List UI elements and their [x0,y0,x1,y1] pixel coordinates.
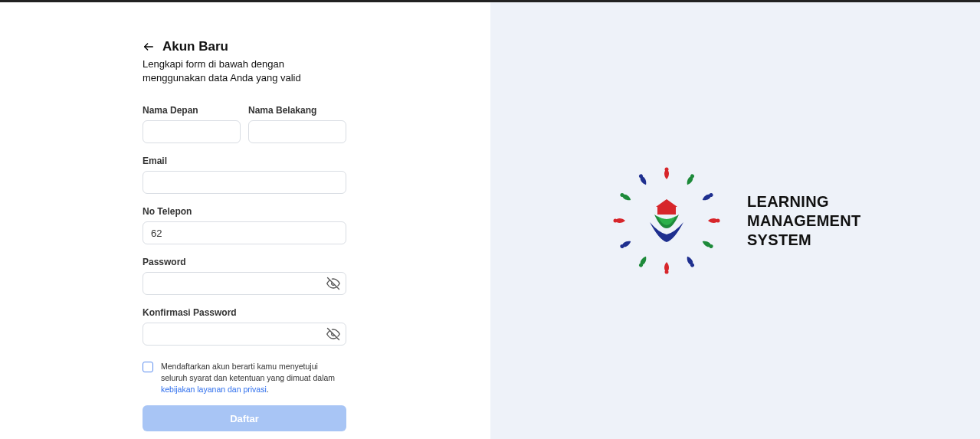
svg-point-14 [613,219,617,223]
brand-line-1: LEARNING [747,192,861,211]
password-input[interactable] [143,272,346,295]
svg-point-8 [716,219,719,223]
field-email: Email [143,156,346,194]
field-phone: No Telepon [143,206,346,244]
signup-panel: Akun Baru Lengkapi form di bawah dengan … [0,2,490,439]
svg-line-2 [328,329,339,340]
field-password: Password [143,257,346,295]
first-name-input[interactable] [143,120,241,143]
label-email: Email [143,156,346,166]
brand-logo-icon [609,163,724,278]
eye-off-icon[interactable] [326,277,340,290]
svg-marker-4 [656,199,677,207]
consent-row: Mendaftarkan akun berarti kamu menyetuju… [143,361,346,395]
signup-form: Akun Baru Lengkapi form di bawah dengan … [143,39,346,431]
brand-line-2: MANAGEMENT [747,211,861,231]
label-last-name: Nama Belakang [248,105,346,116]
eye-off-icon[interactable] [326,327,340,341]
svg-rect-3 [657,207,676,215]
phone-input[interactable] [143,221,346,244]
label-phone: No Telepon [143,206,346,217]
last-name-input[interactable] [248,120,346,143]
consent-text-after: . [267,385,269,394]
brand-line-3: SYSTEM [747,231,861,250]
back-arrow-icon[interactable] [143,41,155,53]
page-title: Akun Baru [162,39,228,54]
policy-link[interactable]: kebijakan layanan dan privasi [161,385,267,394]
label-confirm-password: Konfirmasi Password [143,307,346,318]
consent-text-before: Mendaftarkan akun berarti kamu menyetuju… [161,362,335,382]
email-input[interactable] [143,171,346,194]
brand-title: LEARNING MANAGEMENT SYSTEM [747,192,861,250]
consent-checkbox[interactable] [143,362,153,372]
label-password: Password [143,257,346,267]
submit-button[interactable]: Daftar [143,405,346,431]
confirm-password-input[interactable] [143,323,346,346]
page-subtitle: Lengkapi form di bawah dengan menggunaka… [143,57,346,85]
field-last-name: Nama Belakang [248,105,346,143]
svg-point-11 [664,270,668,274]
label-first-name: Nama Depan [143,105,241,116]
field-first-name: Nama Depan [143,105,241,143]
form-header: Akun Baru Lengkapi form di bawah dengan … [143,39,346,85]
svg-point-5 [664,168,668,172]
consent-text: Mendaftarkan akun berarti kamu menyetuju… [161,361,346,395]
field-confirm-password: Konfirmasi Password [143,307,346,346]
svg-line-1 [328,278,339,290]
brand-panel: LEARNING MANAGEMENT SYSTEM [490,2,981,439]
